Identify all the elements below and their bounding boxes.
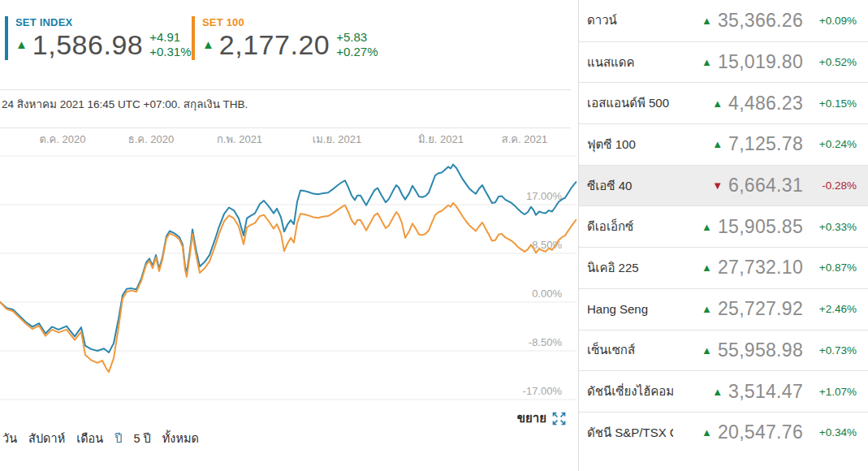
set-index-label: SET INDEX: [15, 16, 192, 28]
quote-card-set-100[interactable]: SET 100 ▲ 2,177.20 +5.83 +0.27%: [192, 16, 378, 60]
y-axis-tick-label: 17.00%: [526, 190, 563, 202]
index-row[interactable]: ดัชนีเซี่ยงไฮ้คอมโพสิต▲3,514.47+1.07%: [579, 370, 868, 412]
timestamp-currency-line: 24 สิงหาคม 2021 16:45 UTC +07:00. สกุลเง…: [2, 95, 248, 113]
index-row[interactable]: แนสแดค▲15,019.80+0.52%: [579, 41, 868, 83]
range-option[interactable]: 5 ปี: [133, 429, 150, 447]
index-change-percent: +0.52%: [803, 56, 857, 68]
index-change-percent: +0.24%: [803, 138, 857, 150]
quote-card-set-index[interactable]: SET INDEX ▲ 1,586.98 +4.91 +0.31%: [5, 16, 192, 60]
index-name: ซีเอซี 40: [587, 176, 673, 196]
y-axis-tick-label: -17.00%: [523, 385, 563, 397]
x-axis-tick-label: เม.ย. 2021: [313, 131, 361, 148]
set-index-accent-bar: [5, 16, 8, 60]
range-option[interactable]: ปี: [114, 429, 122, 447]
market-dashboard: { "quotes": [ {"name":"SET INDEX","value…: [0, 0, 868, 471]
index-row[interactable]: ดัชนี S&P/TSX Com...▲20,547.76+0.34%: [579, 412, 868, 453]
index-value: 27,732.10: [718, 257, 803, 279]
up-triangle-icon: ▲: [712, 139, 723, 149]
x-axis-tick-label: มิ.ย. 2021: [418, 131, 464, 148]
index-change-percent: +0.34%: [803, 426, 857, 439]
index-row[interactable]: ฟุตซี 100▲7,125.78+0.24%: [579, 123, 868, 165]
down-triangle-icon: ▼: [712, 180, 723, 191]
index-change-percent: +0.33%: [803, 221, 857, 233]
expand-arrows-icon: [551, 411, 567, 426]
index-change-percent: +0.09%: [803, 15, 857, 27]
index-row[interactable]: เอสแอนด์พี 500▲4,486.23+0.15%: [579, 82, 868, 123]
index-value: 7,125.78: [728, 133, 803, 155]
up-triangle-icon: ▲: [702, 57, 712, 67]
x-axis-labels: ต.ค. 2020ธ.ค. 2020ก.พ. 2021เม.ย. 2021มิ.…: [0, 131, 577, 149]
index-name: ดาวน์: [587, 11, 673, 30]
set-index-change-abs: +4.91: [149, 30, 180, 44]
up-triangle-icon: ▲: [202, 38, 214, 50]
set-100-change: +5.83 +0.27%: [336, 30, 378, 58]
x-axis-tick-label: ส.ค. 2021: [502, 131, 547, 148]
world-indices-list: ดาวน์▲35,366.26+0.09%แนสแดค▲15,019.80+0.…: [579, 0, 868, 471]
up-triangle-icon: ▲: [702, 222, 712, 232]
up-triangle-icon: ▲: [702, 304, 712, 314]
index-value: 15,019.80: [718, 51, 803, 73]
index-row[interactable]: ดาวน์▲35,366.26+0.09%: [579, 0, 868, 41]
index-row[interactable]: นิเคอิ 225▲27,732.10+0.87%: [579, 247, 868, 288]
expand-chart-button[interactable]: ขยาย: [517, 408, 567, 428]
index-change-percent: +0.15%: [803, 97, 857, 110]
chart-svg: 17.00%8.50%0.00%-8.50%-17.00%: [0, 150, 577, 410]
axis-top-divider: [0, 127, 571, 128]
index-value: 15,905.85: [718, 216, 803, 238]
index-value: 4,486.23: [728, 93, 803, 115]
index-change-percent: +0.87%: [803, 261, 857, 274]
index-name: นิเคอิ 225: [587, 258, 673, 278]
index-change-percent: +1.07%: [803, 386, 857, 398]
range-option[interactable]: วัน: [2, 429, 17, 447]
index-change-percent: +0.73%: [803, 344, 857, 356]
x-axis-tick-label: ก.พ. 2021: [217, 131, 262, 148]
index-name: ดีเอเอ็กซ์: [587, 217, 673, 236]
up-triangle-icon: ▲: [702, 262, 712, 273]
set-100-label: SET 100: [202, 16, 378, 28]
y-axis-tick-label: -8.50%: [529, 336, 563, 348]
set-100-value: 2,177.20: [219, 31, 330, 58]
index-value: 35,366.26: [718, 10, 803, 32]
index-name: ดัชนีเซี่ยงไฮ้คอมโพสิต: [587, 382, 673, 401]
range-option[interactable]: เดือน: [76, 429, 103, 447]
x-axis-tick-label: ธ.ค. 2020: [128, 131, 174, 148]
set-100-change-abs: +5.83: [336, 30, 367, 44]
percent-change-line-chart[interactable]: 17.00%8.50%0.00%-8.50%-17.00%: [0, 150, 577, 410]
y-axis-tick-label: 0.00%: [532, 287, 562, 300]
up-triangle-icon: ▲: [712, 98, 723, 109]
index-name: ดัชนี S&P/TSX Com...: [587, 423, 673, 443]
index-name: เอสแอนด์พี 500: [587, 93, 673, 113]
up-triangle-icon: ▲: [702, 15, 712, 26]
header-divider: [0, 89, 571, 90]
set-100-change-pct: +0.27%: [336, 45, 378, 58]
range-option[interactable]: ทั้งหมด: [162, 429, 199, 447]
index-row[interactable]: ซีเอซี 40▼6,664.31-0.28%: [579, 165, 868, 206]
index-row[interactable]: Hang Seng▲25,727.92+2.46%: [579, 288, 868, 330]
index-value: 3,514.47: [728, 381, 803, 403]
index-name: Hang Seng: [587, 302, 673, 316]
index-row[interactable]: เซ็นเซกส์▲55,958.98+0.73%: [579, 330, 868, 371]
index-name: แนสแดค: [587, 53, 673, 72]
set-100-accent-bar: [192, 16, 195, 60]
index-change-percent: -0.28%: [803, 179, 857, 192]
up-triangle-icon: ▲: [702, 427, 712, 438]
expand-label: ขยาย: [517, 408, 546, 428]
chart-panel: SET INDEX ▲ 1,586.98 +4.91 +0.31% SET 10…: [0, 0, 577, 471]
time-range-selector: วันสัปดาห์เดือนปี5 ปีทั้งหมด: [2, 429, 199, 447]
range-option[interactable]: สัปดาห์: [28, 429, 65, 447]
x-axis-tick-label: ต.ค. 2020: [40, 131, 86, 148]
index-name: ฟุตซี 100: [587, 135, 673, 154]
index-change-percent: +2.46%: [803, 303, 857, 315]
series-line-set-index: [0, 165, 577, 353]
index-value: 20,547.76: [718, 421, 803, 443]
up-triangle-icon: ▲: [15, 38, 28, 50]
index-row[interactable]: ดีเอเอ็กซ์▲15,905.85+0.33%: [579, 205, 868, 247]
index-value: 55,958.98: [718, 339, 803, 361]
set-index-change-pct: +0.31%: [149, 45, 191, 58]
set-index-value: 1,586.98: [32, 31, 143, 58]
index-name: เซ็นเซกส์: [587, 340, 673, 360]
up-triangle-icon: ▲: [712, 387, 723, 397]
index-value: 25,727.92: [718, 298, 803, 320]
set-index-change: +4.91 +0.31%: [149, 30, 191, 58]
index-value: 6,664.31: [728, 175, 803, 197]
